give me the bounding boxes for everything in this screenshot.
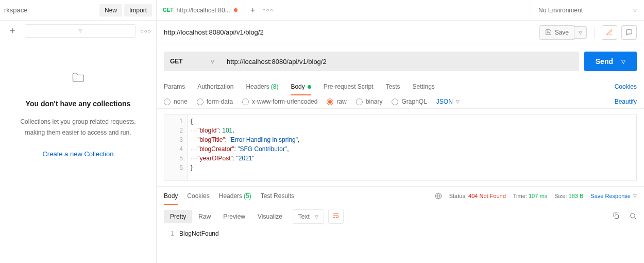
wrap-icon [332,212,340,219]
filter-icon [77,28,83,34]
tab-method-label: GET [163,7,174,13]
copy-icon [612,212,620,220]
request-title: http://localhost:8080/api/v1/blog/2 [164,28,539,36]
save-icon [545,29,552,36]
search-icon [629,212,637,220]
search-response-button[interactable] [629,212,637,221]
tab-body[interactable]: Body [291,78,311,95]
chevron-down-icon: ▽ [633,193,637,199]
chevron-down-icon: ▽ [456,99,460,104]
chevron-down-icon: ▽ [633,8,637,13]
view-pretty[interactable]: Pretty [164,210,192,223]
url-input[interactable] [221,52,579,71]
globe-icon [435,192,442,200]
comment-icon [625,29,633,36]
comments-button[interactable] [621,25,637,40]
view-raw[interactable]: Raw [192,210,217,223]
response-tab-headers[interactable]: Headers (5) [219,187,251,205]
save-dropdown-button[interactable]: ▽ [574,26,587,39]
request-tab[interactable]: GET http://localhost:80... [157,0,244,20]
response-line-gutter: 1 [164,230,179,237]
view-preview[interactable]: Preview [217,210,251,223]
request-tabs: Params Authorization Headers (8) Body Pr… [157,78,644,95]
response-view-segment: Pretty Raw Preview Visualize [164,210,289,223]
response-tab-tests[interactable]: Test Results [261,187,294,205]
edit-button[interactable] [602,25,617,40]
save-button[interactable]: Save [539,25,574,40]
workspace-label: rkspace [4,6,28,14]
response-time-value: 107 ms [529,193,547,199]
create-collection-link[interactable]: Create a new Collection [42,150,113,158]
response-toolbar: Pretty Raw Preview Visualize Text ▽ [157,205,644,228]
body-type-selector: none form-data x-www-form-urlencoded raw… [157,95,644,109]
method-select[interactable]: GET ▽ [164,52,221,71]
sidebar-toolbar: + ○○○ [0,21,156,41]
body-type-binary[interactable]: binary [356,98,383,105]
body-type-urlencoded[interactable]: x-www-form-urlencoded [242,98,317,105]
response-size-value: 183 B [569,193,584,199]
import-button[interactable]: Import [124,4,152,17]
response-body: 1 BlogNotFound [157,228,644,239]
pencil-icon [606,29,613,36]
sidebar-header: rkspace New Import [0,0,156,21]
response-tabs: Body Cookies Headers (5) Test Results St… [157,186,644,205]
request-url-row: GET ▽ Send ▽ [157,44,644,78]
response-status-value: 404 Not Found [468,193,506,199]
new-button[interactable]: New [99,4,122,17]
environment-select[interactable]: No Environment ▽ [531,0,644,20]
tab-authorization[interactable]: Authorization [197,78,233,95]
empty-title: You don't have any collections [15,98,141,109]
tab-settings[interactable]: Settings [413,78,435,95]
new-tab-button[interactable]: + [250,6,255,15]
response-tab-cookies[interactable]: Cookies [187,187,209,205]
body-type-none[interactable]: none [164,98,188,105]
sidebar-options-button[interactable]: ○○○ [140,28,152,34]
add-collection-button[interactable]: + [4,24,21,38]
body-type-formdata[interactable]: form-data [197,98,233,105]
response-format-select[interactable]: Text ▽ [293,209,324,224]
response-body-text[interactable]: BlogNotFound [179,230,219,237]
filter-input[interactable] [25,24,135,38]
tab-tests[interactable]: Tests [385,78,400,95]
body-editor[interactable]: 123456 { ····"blogId": 101, ····"blogTit… [164,114,637,181]
svg-rect-1 [615,215,619,218]
save-response-button[interactable]: Save Response ▽ [590,193,637,199]
wrap-lines-button[interactable] [328,209,344,224]
request-title-row: http://localhost:8080/api/v1/blog/2 Save… [157,21,644,44]
send-button[interactable]: Send ▽ [584,52,637,71]
response-meta: Status: 404 Not Found Time: 107 ms Size:… [435,192,637,200]
tab-bar: GET http://localhost:80... + ○○○ No Envi… [157,0,644,21]
svg-point-2 [631,213,635,218]
empty-description: Collections let you group related reques… [15,117,141,138]
tab-options-button[interactable]: ○○○ [262,7,273,13]
cookies-link[interactable]: Cookies [615,83,637,90]
tab-headers[interactable]: Headers (8) [246,78,278,95]
tab-prerequest[interactable]: Pre-request Script [324,78,374,95]
chevron-down-icon: ▽ [621,59,625,64]
response-tab-body[interactable]: Body [164,187,178,205]
tab-url-label: http://localhost:80... [177,7,231,14]
environment-label: No Environment [538,7,583,14]
tab-params[interactable]: Params [164,78,185,95]
beautify-link[interactable]: Beautify [615,98,637,105]
body-format-select[interactable]: JSON ▽ [436,98,460,105]
folder-icon [68,67,89,88]
body-code[interactable]: { ····"blogId": 101, ····"blogTitle": "E… [188,114,302,180]
main-panel: GET http://localhost:80... + ○○○ No Envi… [157,0,644,263]
body-type-raw[interactable]: raw [327,98,346,105]
body-type-graphql[interactable]: GraphQL [392,98,427,105]
sidebar: rkspace New Import + ○○○ You don't have … [0,0,157,263]
chevron-down-icon: ▽ [315,214,318,219]
view-visualize[interactable]: Visualize [251,210,289,223]
body-modified-indicator-icon [308,85,311,89]
empty-collections: You don't have any collections Collectio… [0,41,156,184]
chevron-down-icon: ▽ [579,30,582,35]
copy-response-button[interactable] [612,212,620,221]
line-gutter: 123456 [164,114,188,180]
unsaved-indicator-icon [234,8,238,12]
chevron-down-icon: ▽ [211,59,214,64]
